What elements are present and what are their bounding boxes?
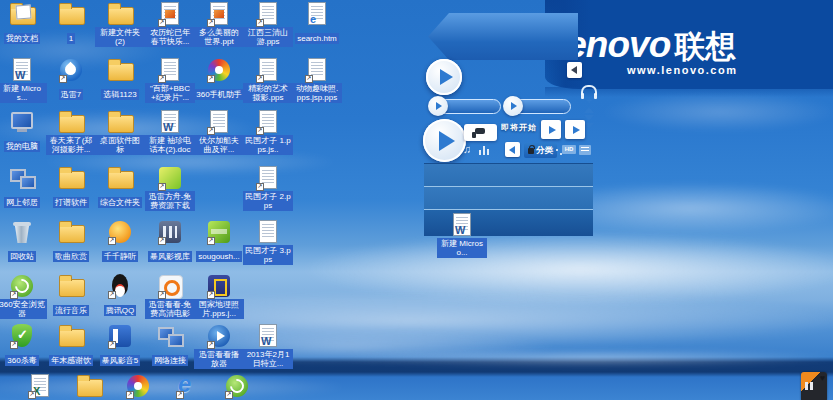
shortcut-arrow-icon (108, 237, 116, 245)
desktop-icon[interactable]: 千千静听 (95, 220, 145, 263)
desktop-icon[interactable]: 民国才子 2.pps (243, 166, 293, 212)
folder-icon (107, 110, 133, 134)
desktop-icon[interactable]: 回收站 (0, 220, 47, 263)
desktop-icon[interactable]: 歌曲欣赏 (46, 220, 96, 263)
desktop-icon[interactable]: "百部+BBC+纪录片"... (145, 58, 195, 104)
shortcut-arrow-icon (126, 391, 134, 399)
desktop-icon[interactable]: 迅雷7 (46, 58, 96, 101)
desktop-icon[interactable] (15, 374, 65, 400)
icon-label: 动物趣味照.pps.jsp.pps (292, 83, 342, 103)
storm5-icon (107, 324, 133, 348)
desktop-icon[interactable] (113, 374, 163, 400)
icon-label: 综合文件夹 (98, 197, 142, 208)
desktop-icon[interactable]: 农历蛇已年春节快乐... (145, 2, 195, 48)
desktop-icon[interactable]: 综合文件夹 (95, 166, 145, 209)
icon-label: 暴风影视库 (148, 251, 192, 262)
orangecircle-icon (107, 220, 133, 244)
desktop-icon[interactable]: 民国才子 1.pps.js.. (243, 110, 293, 156)
icon-label: 360安全浏览器 (0, 299, 47, 319)
icon-label: 网络连接 (152, 355, 188, 366)
desktop-icon[interactable]: 年末感谢饮 (46, 324, 96, 367)
word-icon (449, 213, 475, 237)
desktop-icon[interactable] (212, 374, 262, 400)
page-icon (304, 58, 330, 82)
icon-label: "百部+BBC+纪录片"... (145, 83, 195, 103)
desktop-icon[interactable]: 江西三清山游.pps (243, 2, 293, 48)
ppt-icon (206, 2, 232, 26)
ball-icon (206, 58, 232, 82)
desktop-icon[interactable]: 打谱软件 (46, 166, 96, 209)
bird-icon (58, 58, 84, 82)
desktop-icon[interactable]: 2013年2月1日特立... (243, 324, 293, 370)
desktop-icon[interactable]: 360安全浏览器 (0, 274, 47, 320)
sogou-icon (206, 220, 232, 244)
desktop-icon[interactable]: 新建文件夹 (2) (95, 2, 145, 48)
netconn-icon (157, 324, 183, 348)
desktop-icon[interactable]: 动物趣味照.pps.jsp.pps (292, 58, 342, 104)
desktop-icon[interactable] (64, 374, 114, 400)
icon-label: 新建 袖珍电话本(2).doc (145, 135, 195, 155)
desktop-icon[interactable]: 国家地理照片.pps.j... (194, 274, 244, 320)
icon-label: 精彩的艺术摄影.pps (243, 83, 293, 103)
kankan-icon (157, 274, 183, 298)
desktop-icon[interactable]: 新建 袖珍电话本(2).doc (145, 110, 195, 156)
desktop-icon[interactable]: 迅雷看看-免费高清电影 (145, 274, 195, 320)
desktop-icon[interactable]: 暴风影音5 (95, 324, 145, 367)
desktop-icon[interactable]: 伏尔加船夫曲及评... (194, 110, 244, 156)
desktop-icon[interactable]: 多么美丽的世界.ppt (194, 2, 244, 48)
desktop-icon[interactable]: 精彩的艺术摄影.pps (243, 58, 293, 104)
folder-icon (58, 274, 84, 298)
shortcut-arrow-icon (158, 237, 166, 245)
shortcut-arrow-icon (207, 19, 215, 27)
desktop-icon[interactable]: 腾讯QQ (95, 274, 145, 317)
desktop-icon[interactable]: 360手机助手 (194, 58, 244, 101)
icon-label: 我的文档 (4, 33, 40, 44)
desktop-icon[interactable]: 民国才子 3.pps (243, 220, 293, 266)
icon-label: 360手机助手 (194, 89, 243, 100)
shortcut-arrow-icon (59, 75, 67, 83)
desktop-icon[interactable]: 新建 Micros... (0, 58, 47, 104)
folder-icon (107, 166, 133, 190)
desktop-icon[interactable]: 选辑1123 (95, 58, 145, 101)
icon-label: 新建 Micros... (0, 83, 47, 103)
desktop-icon[interactable]: 新建 Microso... (437, 213, 487, 259)
icon-label: 歌曲欣赏 (53, 251, 89, 262)
shortcut-arrow-icon (158, 75, 166, 83)
ark-icon (157, 166, 183, 190)
icon-label: 年末感谢饮 (49, 355, 93, 366)
desktop-icon[interactable]: 360杀毒 (0, 324, 47, 367)
page-icon (206, 110, 232, 134)
page-icon (157, 58, 183, 82)
desktop-icon[interactable]: search.htm (292, 2, 342, 45)
stormlib-icon (157, 220, 183, 244)
desktop-icon[interactable]: 我的电脑 (0, 110, 47, 153)
folder-icon (58, 110, 84, 134)
shortcut-arrow-icon (108, 341, 116, 349)
icon-label: sougoush... (196, 251, 241, 262)
desktop-icon[interactable]: 网上邻居 (0, 166, 47, 209)
desktop-icon[interactable]: 流行音乐 (46, 274, 96, 317)
desktop-icon[interactable]: 网络连接 (145, 324, 195, 367)
icon-label: 回收站 (8, 251, 36, 262)
desktop-icon[interactable]: 春天来了(郑河摄影并... (46, 110, 96, 156)
shortcut-arrow-icon (158, 291, 166, 299)
desktop-icon[interactable]: sougoush... (194, 220, 244, 263)
ie-icon (175, 374, 201, 398)
desktop-icon[interactable]: 1 (46, 2, 96, 45)
desktop-icon[interactable]: 暴风影视库 (145, 220, 195, 263)
icon-label: 千千静听 (102, 251, 138, 262)
desktop-icon[interactable] (163, 374, 213, 400)
icon-label: 我的电脑 (4, 141, 40, 152)
mydocs-icon (9, 2, 35, 26)
geo-icon (206, 274, 232, 298)
folder-icon (58, 324, 84, 348)
desktop-icon[interactable]: 桌面软件图标 (95, 110, 145, 156)
shortcut-arrow-icon (256, 127, 264, 135)
icon-label: 新建文件夹 (2) (95, 27, 145, 47)
desktop-icon[interactable]: 我的文档 (0, 2, 47, 45)
desktop-icon[interactable]: 迅雷看看播放器 (194, 324, 244, 370)
corner-app-icon[interactable] (801, 372, 827, 400)
desktop-icon[interactable]: 迅雷方舟-免费资源下载 (145, 166, 195, 212)
shortcut-arrow-icon (256, 19, 264, 27)
icon-label: 暴风影音5 (100, 355, 140, 366)
